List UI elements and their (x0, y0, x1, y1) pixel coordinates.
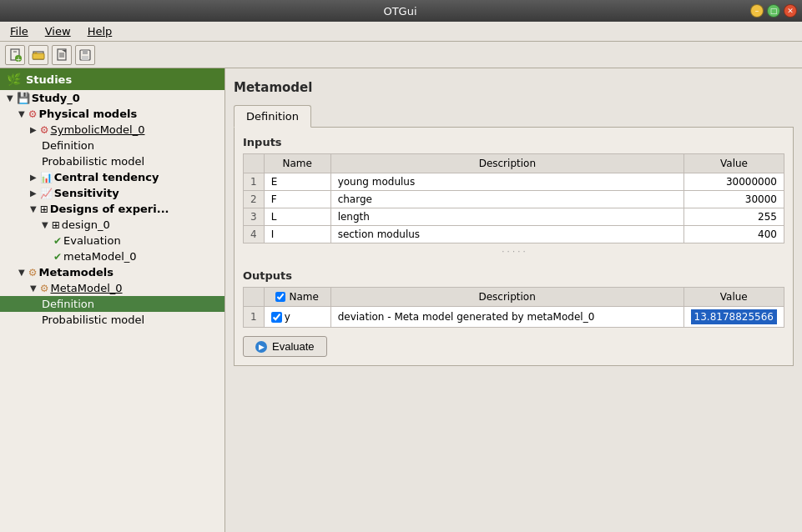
sidebar-item-design0[interactable]: ▼ ⊞ design_0 (0, 217, 224, 233)
svg-rect-13 (82, 56, 88, 60)
output-desc: deviation - Meta model generated by meta… (330, 307, 683, 328)
arrow-sensitivity: ▶ (30, 188, 37, 198)
sidebar-item-metamodels[interactable]: ▼ ⚙ Metamodels (0, 264, 224, 280)
inputs-section-title: Inputs (243, 136, 784, 148)
table-row: 1 E young modulus 30000000 (244, 173, 784, 191)
definition-sym-label: Definition (42, 139, 94, 152)
sidebar-item-metamodel0[interactable]: ▼ ⚙ MetaModel_0 (0, 280, 224, 296)
input-name: L (264, 208, 330, 226)
study0-icon: 💾 (17, 92, 30, 104)
close-button[interactable]: ✕ (784, 4, 797, 18)
table-row: 1 y deviation - Meta model generated by … (244, 307, 784, 328)
sensitivity-icon: 📈 (40, 188, 53, 199)
table-row: 4 I section modulus 400 (244, 226, 784, 243)
physical-models-label: Physical models (38, 108, 137, 120)
sensitivity-label: Sensitivity (54, 187, 119, 199)
svg-rect-5 (33, 53, 44, 59)
menu-view[interactable]: View (38, 23, 78, 39)
sidebar-title: Studies (26, 73, 72, 86)
table-row: 3 L length 255 (244, 208, 784, 226)
sidebar-item-designs[interactable]: ▼ ⊞ Designs of experi... (0, 201, 224, 217)
app-title: OTGui (50, 5, 750, 18)
input-desc: charge (330, 191, 683, 208)
check-metamodel0: ✔ (53, 251, 62, 263)
symbolic-model-label: SymbolicModel_0 (50, 123, 144, 136)
evaluate-icon: ▶ (255, 341, 267, 353)
input-desc: length (330, 208, 683, 226)
input-value: 30000000 (684, 173, 784, 191)
outputs-col-value: Value (683, 288, 784, 307)
sidebar-item-symbolic-model[interactable]: ▶ ⚙ SymbolicModel_0 (0, 122, 224, 138)
open-button[interactable] (28, 45, 48, 65)
arrow-central: ▶ (30, 173, 37, 182)
evaluation-label: Evaluation (63, 234, 121, 247)
save-button[interactable] (75, 45, 95, 65)
title-bar: OTGui – □ ✕ (0, 0, 802, 22)
svg-rect-12 (83, 50, 88, 54)
maximize-button[interactable]: □ (767, 4, 780, 18)
output-name: y (285, 311, 290, 323)
sidebar-item-physical-models[interactable]: ▼ ⚙ Physical models (0, 106, 224, 122)
menu-help[interactable]: Help (81, 23, 119, 39)
menu-bar: File View Help (0, 22, 802, 42)
divider: · · · · · (243, 247, 784, 256)
inputs-col-desc: Description (330, 154, 683, 173)
new-button[interactable]: + (5, 45, 25, 65)
definition-meta-label: Definition (42, 298, 94, 310)
main-layout: 🌿 Studies ▼ 💾 Study_0 ▼ ⚙ Physical model… (0, 68, 802, 532)
central-icon: 📊 (40, 172, 53, 183)
menu-file[interactable]: File (3, 23, 35, 39)
output-value: 13.8178825566 (683, 307, 784, 328)
content-area: Metamodel Definition Inputs Name Descrip… (225, 68, 802, 532)
arrow-symbolic: ▶ (30, 125, 37, 134)
minimize-button[interactable]: – (750, 4, 764, 18)
sidebar-item-definition-meta[interactable]: Definition (0, 296, 224, 312)
probabilistic-model-meta-label: Probabilistic model (42, 314, 144, 326)
inputs-col-value: Value (684, 154, 784, 173)
panel-title: Metamodel (234, 77, 794, 98)
outputs-col-num (244, 288, 265, 307)
input-name: I (264, 226, 330, 243)
sidebar-item-definition-sym[interactable]: Definition (0, 138, 224, 153)
row-num: 2 (244, 191, 265, 208)
arrow-metamodel0: ▼ (30, 284, 37, 293)
symbolic-icon: ⚙ (40, 124, 49, 136)
outputs-col-check-name: Name (264, 288, 330, 307)
sidebar: 🌿 Studies ▼ 💾 Study_0 ▼ ⚙ Physical model… (0, 68, 225, 532)
arrow-study0: ▼ (7, 93, 13, 103)
tab-definition[interactable]: Definition (234, 105, 311, 128)
row-num: 1 (244, 307, 265, 328)
sidebar-item-probabilistic-model[interactable]: Probabilistic model (0, 153, 224, 169)
input-value: 255 (684, 208, 784, 226)
arrow-physical: ▼ (18, 109, 25, 118)
tab-bar: Definition (234, 105, 794, 128)
input-desc: young modulus (330, 173, 683, 191)
outputs-section: Outputs Name Description (243, 269, 784, 328)
sidebar-item-metamodel0-under-design[interactable]: ✔ metaModel_0 (0, 248, 224, 264)
input-name: F (264, 191, 330, 208)
evaluate-label: Evaluate (272, 340, 315, 353)
central-tendency-label: Central tendency (54, 171, 159, 183)
sidebar-item-central-tendency[interactable]: ▶ 📊 Central tendency (0, 169, 224, 185)
outputs-check-all[interactable] (275, 292, 285, 302)
sidebar-item-sensitivity[interactable]: ▶ 📈 Sensitivity (0, 185, 224, 201)
window-controls: – □ ✕ (750, 4, 802, 18)
physical-icon: ⚙ (28, 108, 38, 120)
row-num: 3 (244, 208, 265, 226)
output-check-name[interactable]: y (264, 307, 330, 328)
design0-icon: ⊞ (52, 219, 60, 231)
study0-label: Study_0 (32, 92, 80, 104)
sidebar-item-evaluation[interactable]: ✔ Evaluation (0, 233, 224, 248)
row-num: 4 (244, 226, 265, 243)
studies-icon: 🌿 (7, 73, 21, 86)
sidebar-item-study0[interactable]: ▼ 💾 Study_0 (0, 90, 224, 106)
arrow-designs: ▼ (30, 204, 37, 213)
sidebar-item-probabilistic-model-meta[interactable]: Probabilistic model (0, 312, 224, 328)
metamodels-icon: ⚙ (28, 267, 38, 279)
outputs-section-title: Outputs (243, 269, 784, 282)
output-checkbox[interactable] (271, 312, 282, 323)
metamodels-label: Metamodels (38, 266, 113, 279)
design0-label: design_0 (62, 218, 110, 231)
import-button[interactable] (52, 45, 72, 65)
evaluate-button[interactable]: ▶ Evaluate (243, 336, 327, 357)
